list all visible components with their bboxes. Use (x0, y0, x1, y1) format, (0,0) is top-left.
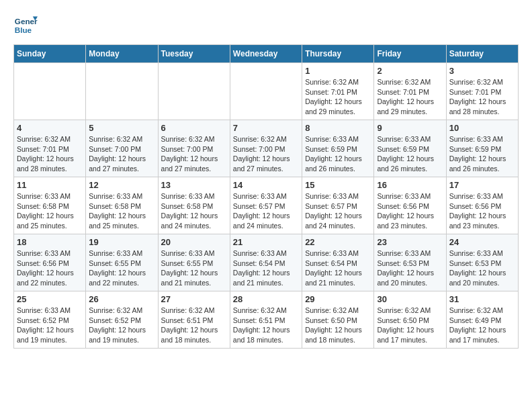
page-header: General Blue (13, 13, 519, 38)
calendar-cell: 16Sunrise: 6:33 AM Sunset: 6:56 PM Dayli… (374, 177, 446, 234)
day-number: 1 (305, 66, 371, 76)
calendar-cell: 18Sunrise: 6:33 AM Sunset: 6:56 PM Dayli… (14, 234, 86, 291)
calendar-cell: 3Sunrise: 6:32 AM Sunset: 7:01 PM Daylig… (446, 63, 518, 120)
calendar-week-row: 18Sunrise: 6:33 AM Sunset: 6:56 PM Dayli… (14, 234, 519, 291)
calendar-cell: 22Sunrise: 6:33 AM Sunset: 6:54 PM Dayli… (302, 234, 374, 291)
day-number: 16 (377, 180, 443, 190)
calendar-cell: 12Sunrise: 6:33 AM Sunset: 6:58 PM Dayli… (86, 177, 158, 234)
day-number: 4 (17, 123, 83, 133)
day-info: Sunrise: 6:33 AM Sunset: 6:58 PM Dayligh… (17, 191, 83, 231)
calendar-cell: 29Sunrise: 6:32 AM Sunset: 6:50 PM Dayli… (302, 291, 374, 349)
day-info: Sunrise: 6:32 AM Sunset: 7:01 PM Dayligh… (449, 77, 515, 117)
calendar-cell: 24Sunrise: 6:33 AM Sunset: 6:53 PM Dayli… (446, 234, 518, 291)
calendar-cell: 4Sunrise: 6:32 AM Sunset: 7:01 PM Daylig… (14, 120, 86, 177)
svg-text:Blue: Blue (15, 26, 32, 34)
day-number: 18 (17, 237, 83, 247)
day-info: Sunrise: 6:32 AM Sunset: 6:50 PM Dayligh… (377, 306, 443, 345)
calendar-cell: 17Sunrise: 6:33 AM Sunset: 6:56 PM Dayli… (446, 177, 518, 234)
day-number: 9 (377, 123, 443, 133)
day-info: Sunrise: 6:32 AM Sunset: 6:50 PM Dayligh… (305, 306, 371, 345)
day-info: Sunrise: 6:33 AM Sunset: 6:59 PM Dayligh… (377, 134, 443, 174)
day-number: 17 (449, 180, 515, 190)
calendar-cell: 6Sunrise: 6:32 AM Sunset: 7:00 PM Daylig… (158, 120, 230, 177)
day-info: Sunrise: 6:32 AM Sunset: 6:49 PM Dayligh… (449, 306, 515, 345)
day-number: 30 (377, 294, 443, 304)
day-number: 8 (305, 123, 371, 133)
calendar-cell: 2Sunrise: 6:32 AM Sunset: 7:01 PM Daylig… (374, 63, 446, 120)
day-number: 31 (449, 294, 515, 304)
day-number: 5 (89, 123, 154, 133)
day-number: 27 (161, 294, 227, 304)
day-header-saturday: Saturday (446, 45, 518, 63)
calendar-header-row: SundayMondayTuesdayWednesdayThursdayFrid… (14, 45, 519, 63)
day-number: 14 (233, 180, 299, 190)
day-info: Sunrise: 6:32 AM Sunset: 7:01 PM Dayligh… (17, 134, 83, 174)
day-number: 29 (305, 294, 371, 304)
calendar-cell: 19Sunrise: 6:33 AM Sunset: 6:55 PM Dayli… (86, 234, 158, 291)
day-info: Sunrise: 6:32 AM Sunset: 6:52 PM Dayligh… (89, 306, 154, 345)
calendar-table: SundayMondayTuesdayWednesdayThursdayFrid… (13, 44, 519, 349)
day-info: Sunrise: 6:32 AM Sunset: 7:01 PM Dayligh… (377, 77, 443, 117)
calendar-cell: 10Sunrise: 6:33 AM Sunset: 6:59 PM Dayli… (446, 120, 518, 177)
calendar-cell: 11Sunrise: 6:33 AM Sunset: 6:58 PM Dayli… (14, 177, 86, 234)
calendar-week-row: 25Sunrise: 6:33 AM Sunset: 6:52 PM Dayli… (14, 291, 519, 349)
logo: General Blue (13, 13, 40, 38)
calendar-cell: 15Sunrise: 6:33 AM Sunset: 6:57 PM Dayli… (302, 177, 374, 234)
day-number: 6 (161, 123, 227, 133)
calendar-cell (14, 63, 86, 120)
day-info: Sunrise: 6:33 AM Sunset: 6:55 PM Dayligh… (161, 248, 227, 288)
logo-icon: General Blue (13, 13, 38, 38)
day-header-friday: Friday (374, 45, 446, 63)
day-info: Sunrise: 6:32 AM Sunset: 6:51 PM Dayligh… (233, 306, 299, 345)
day-info: Sunrise: 6:32 AM Sunset: 7:00 PM Dayligh… (233, 134, 299, 174)
day-number: 19 (89, 237, 154, 247)
day-info: Sunrise: 6:33 AM Sunset: 6:53 PM Dayligh… (449, 248, 515, 288)
day-number: 13 (161, 180, 227, 190)
day-header-thursday: Thursday (302, 45, 374, 63)
day-number: 12 (89, 180, 154, 190)
day-number: 22 (305, 237, 371, 247)
day-header-sunday: Sunday (14, 45, 86, 63)
day-info: Sunrise: 6:33 AM Sunset: 6:53 PM Dayligh… (377, 248, 443, 288)
calendar-cell (86, 63, 158, 120)
calendar-cell: 23Sunrise: 6:33 AM Sunset: 6:53 PM Dayli… (374, 234, 446, 291)
day-number: 26 (89, 294, 154, 304)
calendar-cell: 5Sunrise: 6:32 AM Sunset: 7:00 PM Daylig… (86, 120, 158, 177)
day-header-monday: Monday (86, 45, 158, 63)
calendar-cell: 20Sunrise: 6:33 AM Sunset: 6:55 PM Dayli… (158, 234, 230, 291)
day-info: Sunrise: 6:33 AM Sunset: 6:54 PM Dayligh… (233, 248, 299, 288)
day-info: Sunrise: 6:33 AM Sunset: 6:58 PM Dayligh… (161, 191, 227, 231)
calendar-cell (158, 63, 230, 120)
calendar-cell: 8Sunrise: 6:33 AM Sunset: 6:59 PM Daylig… (302, 120, 374, 177)
calendar-cell: 21Sunrise: 6:33 AM Sunset: 6:54 PM Dayli… (230, 234, 302, 291)
day-info: Sunrise: 6:33 AM Sunset: 6:56 PM Dayligh… (449, 191, 515, 231)
day-number: 28 (233, 294, 299, 304)
calendar-cell: 14Sunrise: 6:33 AM Sunset: 6:57 PM Dayli… (230, 177, 302, 234)
day-number: 21 (233, 237, 299, 247)
day-info: Sunrise: 6:33 AM Sunset: 6:54 PM Dayligh… (305, 248, 371, 288)
day-number: 25 (17, 294, 83, 304)
day-info: Sunrise: 6:33 AM Sunset: 6:59 PM Dayligh… (305, 134, 371, 174)
calendar-week-row: 11Sunrise: 6:33 AM Sunset: 6:58 PM Dayli… (14, 177, 519, 234)
day-info: Sunrise: 6:33 AM Sunset: 6:58 PM Dayligh… (89, 191, 154, 231)
day-number: 7 (233, 123, 299, 133)
day-info: Sunrise: 6:33 AM Sunset: 6:59 PM Dayligh… (449, 134, 515, 174)
calendar-cell: 7Sunrise: 6:32 AM Sunset: 7:00 PM Daylig… (230, 120, 302, 177)
day-info: Sunrise: 6:33 AM Sunset: 6:55 PM Dayligh… (89, 248, 154, 288)
day-header-wednesday: Wednesday (230, 45, 302, 63)
day-info: Sunrise: 6:32 AM Sunset: 7:00 PM Dayligh… (89, 134, 154, 174)
calendar-cell: 9Sunrise: 6:33 AM Sunset: 6:59 PM Daylig… (374, 120, 446, 177)
day-number: 24 (449, 237, 515, 247)
calendar-cell: 25Sunrise: 6:33 AM Sunset: 6:52 PM Dayli… (14, 291, 86, 349)
day-info: Sunrise: 6:32 AM Sunset: 7:00 PM Dayligh… (161, 134, 227, 174)
day-number: 3 (449, 66, 515, 76)
day-info: Sunrise: 6:32 AM Sunset: 6:51 PM Dayligh… (161, 306, 227, 345)
calendar-week-row: 1Sunrise: 6:32 AM Sunset: 7:01 PM Daylig… (14, 63, 519, 120)
calendar-cell: 13Sunrise: 6:33 AM Sunset: 6:58 PM Dayli… (158, 177, 230, 234)
day-number: 10 (449, 123, 515, 133)
day-number: 20 (161, 237, 227, 247)
day-info: Sunrise: 6:33 AM Sunset: 6:56 PM Dayligh… (377, 191, 443, 231)
day-info: Sunrise: 6:33 AM Sunset: 6:56 PM Dayligh… (17, 248, 83, 288)
day-info: Sunrise: 6:33 AM Sunset: 6:57 PM Dayligh… (305, 191, 371, 231)
calendar-cell: 30Sunrise: 6:32 AM Sunset: 6:50 PM Dayli… (374, 291, 446, 349)
